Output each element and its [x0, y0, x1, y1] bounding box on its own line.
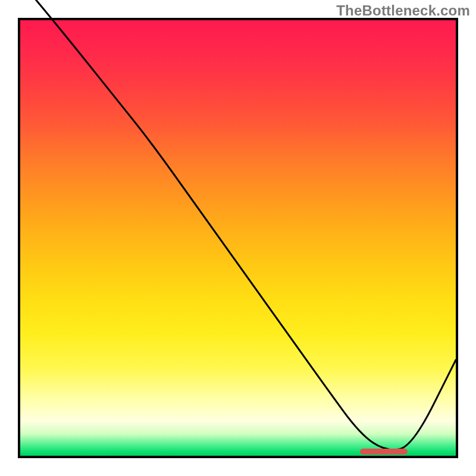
chart-curve-layer — [20, 20, 456, 456]
watermark-text: TheBottleneck.com — [336, 2, 470, 19]
bottleneck-curve-path — [20, 0, 456, 450]
chart-plot-area — [18, 18, 458, 458]
optimal-range-marker — [360, 449, 408, 455]
